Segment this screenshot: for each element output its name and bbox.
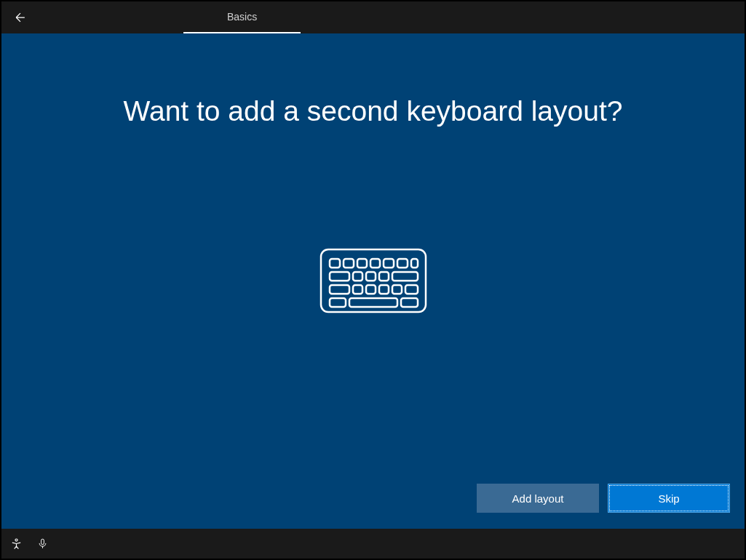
footer-bar [1, 529, 745, 559]
add-layout-button[interactable]: Add layout [477, 484, 599, 513]
svg-rect-9 [353, 272, 362, 281]
main-content: Want to add a second keyboard layout? Ad… [1, 33, 745, 529]
svg-point-22 [15, 539, 17, 541]
keyboard-icon [319, 247, 428, 314]
svg-rect-5 [384, 259, 394, 268]
header-bar: Basics [1, 1, 745, 33]
back-button[interactable] [1, 3, 39, 32]
svg-rect-21 [401, 298, 418, 307]
svg-rect-10 [366, 272, 376, 281]
svg-rect-4 [370, 259, 380, 268]
microphone-button[interactable] [37, 537, 48, 550]
skip-button[interactable]: Skip [608, 484, 730, 513]
svg-rect-2 [344, 259, 354, 268]
svg-rect-11 [379, 272, 389, 281]
svg-rect-3 [357, 259, 367, 268]
button-row: Add layout Skip [477, 484, 730, 513]
svg-rect-1 [330, 259, 340, 268]
svg-rect-16 [379, 285, 389, 294]
tab-basics[interactable]: Basics [183, 1, 301, 33]
microphone-icon [37, 537, 48, 550]
svg-rect-6 [397, 259, 408, 268]
accessibility-button[interactable] [10, 537, 23, 550]
svg-rect-12 [392, 272, 418, 281]
svg-rect-14 [353, 285, 362, 294]
svg-rect-8 [330, 272, 349, 281]
svg-rect-13 [330, 285, 349, 294]
back-arrow-icon [13, 10, 28, 25]
svg-rect-7 [411, 259, 418, 268]
svg-rect-19 [330, 298, 346, 307]
page-heading: Want to add a second keyboard layout? [124, 95, 623, 127]
svg-rect-15 [366, 285, 376, 294]
svg-rect-17 [392, 285, 402, 294]
svg-rect-18 [405, 285, 418, 294]
svg-rect-23 [41, 539, 44, 545]
accessibility-icon [10, 537, 23, 550]
svg-rect-20 [349, 298, 397, 307]
